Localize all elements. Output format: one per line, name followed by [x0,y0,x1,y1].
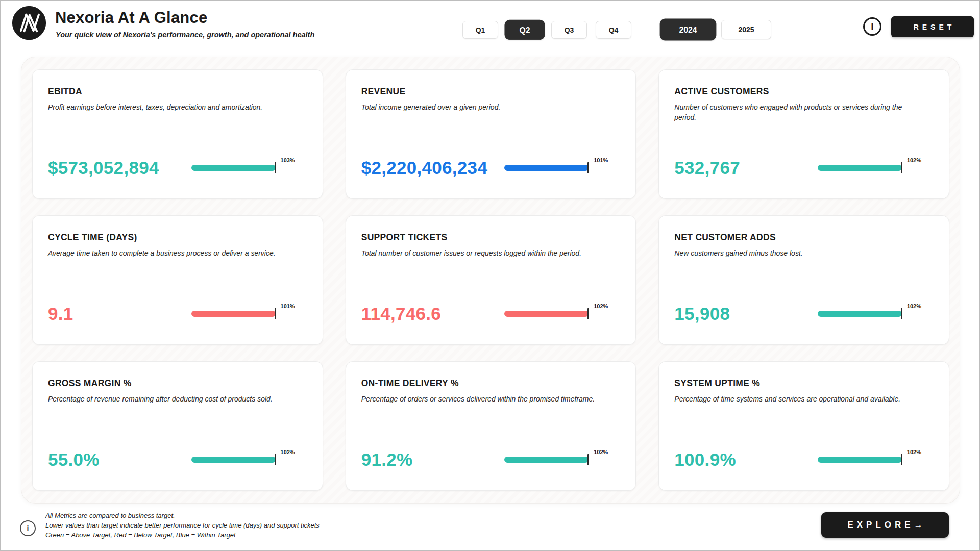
kpi-card-cycle-time: CYCLE TIME (DAYS) Average time taken to … [32,215,323,345]
target-percent-label: 102% [594,449,608,455]
kpi-value: 55.0% [48,449,100,470]
kpi-value: 100.9% [674,449,736,470]
card-description: Number of customers who engaged with pro… [674,102,920,123]
kpi-value: 532,767 [674,158,740,178]
card-title: REVENUE [361,86,621,97]
card-description: Total number of customer issues or reque… [361,248,607,258]
kpi-board: EBITDA Profit earnings before interest, … [21,57,960,504]
footer-notes: All Metrics are compared to business tar… [45,511,320,540]
target-marker [901,308,902,319]
target-marker [587,308,589,319]
quarter-button-q1[interactable]: Q1 [462,21,498,39]
target-bar: 103% [191,163,276,172]
target-bar-fill [504,165,589,171]
nexoria-logo [11,5,47,41]
kpi-card-gross-margin: GROSS MARGIN % Percentage of revenue rem… [32,361,323,491]
target-marker [587,454,589,465]
target-bar: 101% [191,309,276,318]
target-marker [275,308,276,319]
card-title: GROSS MARGIN % [48,378,307,389]
target-percent-label: 101% [281,303,295,309]
kpi-grid: EBITDA Profit earnings before interest, … [32,69,949,491]
footer-note-line: Lower values than target indicate better… [45,521,320,531]
target-bar: 102% [504,309,589,318]
card-title: ON-TIME DELIVERY % [361,378,621,389]
card-title: SUPPORT TICKETS [361,232,621,243]
kpi-card-ebitda: EBITDA Profit earnings before interest, … [32,69,323,199]
quarter-button-q2[interactable]: Q2 [504,20,545,40]
target-bar: 102% [818,455,902,464]
kpi-value: 9.1 [48,304,74,324]
footer-note-line: All Metrics are compared to business tar… [45,511,320,521]
year-button-2024[interactable]: 2024 [660,19,717,41]
quarter-selector: Q1 Q2 Q3 Q4 [462,21,631,39]
target-bar-fill [818,165,902,171]
kpi-value: 91.2% [361,449,413,470]
target-bar: 102% [191,455,276,464]
target-marker [587,162,589,173]
reset-button[interactable]: RESET [891,16,974,37]
target-marker [901,454,902,465]
card-title: NET CUSTOMER ADDS [674,232,934,243]
kpi-card-active-customers: ACTIVE CUSTOMERS Number of customers who… [658,69,949,199]
target-percent-label: 102% [907,449,921,455]
target-marker [901,162,902,173]
card-title: EBITDA [48,86,307,97]
target-percent-label: 102% [907,303,921,309]
quarter-button-q4[interactable]: Q4 [596,21,631,39]
kpi-value: 114,746.6 [361,304,441,324]
card-description: Percentage of revenue remaining after de… [48,394,294,404]
target-bar: 102% [818,309,902,318]
target-percent-label: 102% [594,303,608,309]
target-percent-label: 103% [281,157,295,163]
page-title: Nexoria At A Glance [55,9,207,27]
footer-note-line: Green = Above Target, Red = Below Target… [45,531,320,540]
target-bar: 102% [818,163,902,172]
target-percent-label: 102% [281,449,295,455]
card-description: New customers gained minus those lost. [674,248,920,258]
year-selector: 2024 2025 [663,20,771,39]
card-title: CYCLE TIME (DAYS) [48,232,307,243]
explore-button[interactable]: EXPLORE→ [821,512,949,538]
target-percent-label: 101% [594,157,608,163]
target-bar-fill [191,311,276,317]
target-bar-fill [191,165,276,171]
dashboard-screen: Nexoria At A Glance Your quick view of N… [0,0,980,551]
kpi-card-net-customer-adds: NET CUSTOMER ADDS New customers gained m… [658,215,949,345]
year-button-2025[interactable]: 2025 [721,20,771,39]
kpi-card-system-uptime: SYSTEM UPTIME % Percentage of time syste… [658,361,949,491]
info-icon[interactable]: i [863,17,881,36]
target-bar-fill [191,457,276,463]
card-description: Percentage of time systems and services … [674,394,920,404]
footer-info-icon: i [20,520,36,536]
card-description: Profit earnings before interest, taxes, … [48,102,294,112]
page-subtitle: Your quick view of Nexoria's performance… [56,31,314,39]
target-marker [275,162,276,173]
kpi-value: $573,052,894 [48,158,159,178]
quarter-button-q3[interactable]: Q3 [551,21,587,39]
target-bar-fill [504,457,589,463]
target-bar: 102% [504,455,589,464]
card-description: Average time taken to complete a busines… [48,248,294,258]
target-bar-fill [504,311,589,317]
target-bar-fill [818,457,902,463]
target-marker [275,454,276,465]
kpi-card-support-tickets: SUPPORT TICKETS Total number of customer… [346,215,636,345]
target-bar-fill [818,311,902,317]
kpi-card-revenue: REVENUE Total income generated over a gi… [346,69,636,199]
kpi-value: $2,220,406,234 [361,158,488,178]
kpi-card-on-time-delivery: ON-TIME DELIVERY % Percentage of orders … [346,361,636,491]
card-title: SYSTEM UPTIME % [674,378,934,389]
target-bar: 101% [504,163,589,172]
target-percent-label: 102% [907,157,921,163]
card-description: Percentage of orders or services deliver… [361,394,607,404]
kpi-value: 15,908 [674,304,730,324]
card-description: Total income generated over a given peri… [361,102,607,112]
card-title: ACTIVE CUSTOMERS [674,86,934,97]
